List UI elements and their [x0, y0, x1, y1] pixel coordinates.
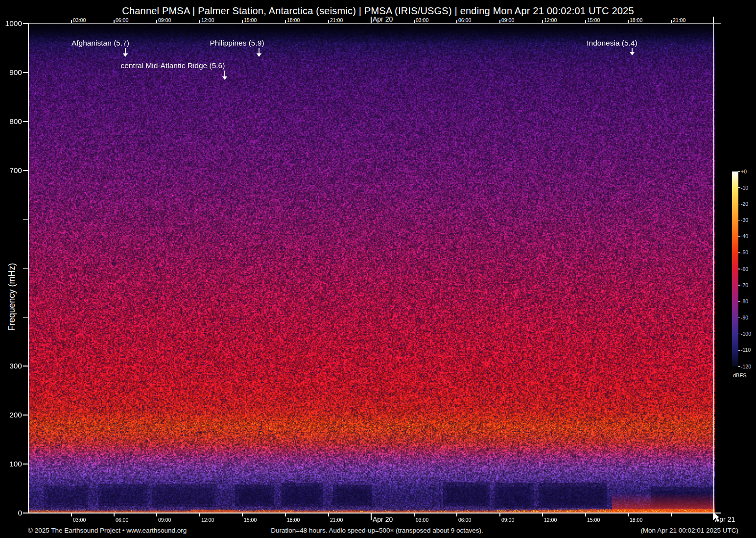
x-tick — [414, 20, 415, 23]
colorbar-tick — [738, 269, 740, 269]
colorbar-tick — [738, 187, 740, 188]
x-tick-label: 12:00 — [201, 17, 214, 23]
down-arrow-icon — [256, 48, 262, 57]
x-tick — [242, 20, 243, 23]
colorbar-tick — [738, 204, 740, 205]
x-tick — [328, 20, 329, 23]
colorbar-tick-label: -30 — [741, 217, 748, 223]
colorbar-tick-label: -70 — [741, 282, 748, 288]
x-tick — [542, 20, 543, 23]
x-tick — [713, 17, 714, 23]
x-tick-label: 18:00 — [287, 17, 300, 23]
y-tick-label: 200 — [0, 411, 22, 419]
colorbar-tick — [738, 171, 740, 172]
colorbar-tick-label: -120 — [741, 364, 751, 369]
y-tick-label: 0 — [0, 509, 22, 517]
down-arrow-icon — [221, 71, 228, 80]
spectrogram-figure: Channel PMSA | Palmer Station, Antarctic… — [0, 0, 756, 538]
colorbar-tick-label: -80 — [741, 298, 748, 304]
y-tick — [23, 415, 28, 416]
timestamp-text: (Mon Apr 21 00:02:01 2025 UTC) — [640, 527, 738, 534]
x-tick — [114, 514, 115, 516]
x-tick — [328, 514, 329, 516]
x-tick — [456, 514, 457, 516]
colorbar-tick — [738, 252, 740, 253]
y-tick — [23, 513, 28, 514]
x-tick — [499, 514, 500, 516]
x-tick-label: 21:00 — [673, 17, 685, 23]
x-tick-label: 09:00 — [158, 517, 171, 523]
x-tick — [671, 514, 672, 516]
colorbar-tick — [738, 366, 740, 367]
y-tick — [23, 464, 28, 465]
y-tick-label: 900 — [0, 68, 22, 77]
y-tick — [23, 23, 28, 24]
y-tick — [23, 219, 28, 220]
x-tick-label: 21:00 — [330, 517, 343, 523]
x-tick-label: 12:00 — [201, 517, 214, 523]
colorbar-tick-label: -20 — [741, 201, 748, 207]
x-tick — [585, 20, 586, 23]
colorbar-gradient — [732, 171, 738, 367]
y-tick-label: 700 — [0, 166, 22, 175]
colorbar-tick-label: -60 — [741, 266, 748, 272]
down-arrow-icon — [122, 48, 129, 57]
x-tick — [585, 514, 586, 516]
x-tick — [199, 20, 200, 23]
colorbar-tick-label: -90 — [741, 315, 748, 320]
down-arrow-icon — [629, 48, 636, 56]
x-tick — [371, 17, 372, 23]
colorbar-tick — [738, 236, 740, 237]
y-tick — [23, 317, 28, 318]
colorbar-tick — [738, 318, 740, 318]
colorbar-tick-label: -110 — [741, 347, 751, 353]
event-annotation: Philippines (5.9) — [210, 39, 264, 48]
x-tick — [71, 20, 72, 23]
y-tick — [23, 268, 28, 269]
x-tick — [199, 514, 200, 516]
x-tick — [156, 20, 157, 23]
date-label: Apr 21 — [715, 515, 735, 523]
colorbar-tick-label: -10 — [741, 185, 748, 191]
date-label: Apr 20 — [373, 515, 393, 523]
axis-spine-bottom — [28, 513, 721, 514]
x-tick-label: 06:00 — [458, 517, 471, 523]
y-tick — [23, 121, 28, 122]
colorbar-tick — [738, 334, 740, 335]
duration-text: Duration=48 hours. Audio speed-up=500× (… — [271, 527, 483, 534]
x-tick-label: 03:00 — [416, 517, 428, 523]
x-tick-label: 06:00 — [116, 17, 128, 23]
colorbar-tick — [738, 350, 740, 351]
x-tick — [671, 20, 672, 23]
x-tick — [114, 20, 115, 23]
x-tick-label: 03:00 — [73, 17, 86, 23]
x-tick — [285, 514, 286, 516]
colorbar-tick-label: +0 — [741, 169, 747, 174]
colorbar-title: dBFS — [733, 372, 747, 378]
colorbar-tick-label: -100 — [741, 331, 751, 337]
x-tick-label: 15:00 — [587, 517, 600, 523]
y-tick-label: 100 — [0, 460, 22, 468]
x-tick — [456, 20, 457, 23]
colorbar-tick-label: -50 — [741, 249, 748, 255]
x-tick-label: 03:00 — [416, 17, 428, 23]
x-tick-label: 03:00 — [73, 517, 86, 523]
x-tick-label: 12:00 — [544, 517, 557, 523]
x-tick — [242, 514, 243, 516]
x-tick — [285, 20, 286, 23]
event-annotation: Afghanistan (5.7) — [71, 39, 129, 48]
x-tick — [371, 514, 372, 520]
colorbar-tick — [738, 301, 740, 302]
x-tick-label: 06:00 — [116, 517, 128, 523]
x-tick-label: 18:00 — [630, 17, 642, 23]
y-tick-label: 300 — [0, 362, 22, 370]
y-tick-label: 1000 — [0, 19, 22, 28]
x-tick — [628, 514, 629, 516]
colorbar-tick — [738, 220, 740, 221]
event-annotation: central Mid-Atlantic Ridge (5.6) — [121, 61, 225, 70]
x-tick-label: 18:00 — [630, 517, 642, 523]
x-tick-label: 12:00 — [544, 17, 557, 23]
x-tick — [628, 20, 629, 23]
y-tick — [23, 72, 28, 73]
x-tick — [713, 514, 714, 520]
